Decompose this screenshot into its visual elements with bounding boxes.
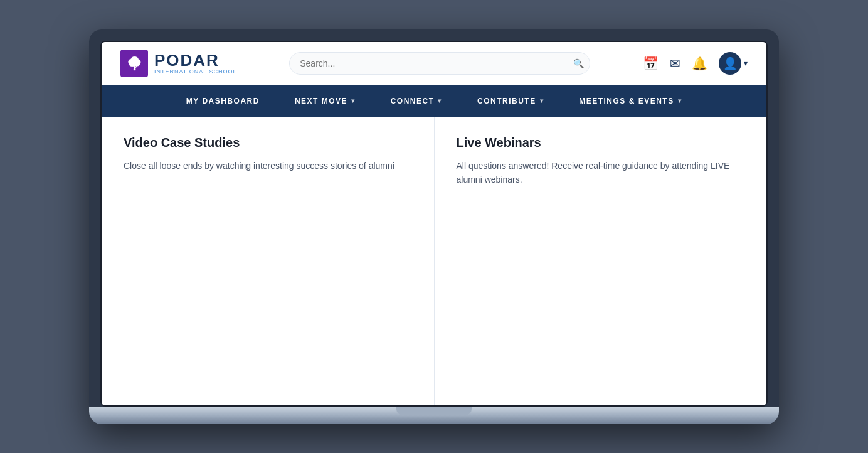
nav-item-next-move[interactable]: NEXT MOVE ▾ — [277, 85, 373, 117]
main-content: Video Case Studies Close all loose ends … — [102, 117, 766, 405]
laptop-notch — [396, 407, 472, 415]
nav-label-next-move: NEXT MOVE — [295, 97, 347, 105]
search-input[interactable] — [289, 52, 590, 75]
browser-content: PODAR INTERNATIONAL SCHOOL 🔍 📅 ✉ 🔔 — [102, 42, 766, 405]
nav-label-contribute: CONTRIBUTE — [477, 97, 536, 105]
nav-label-meetings: MEETINGS & EVENTS — [579, 97, 674, 105]
live-webinars-panel: Live Webinars All questions answered! Re… — [434, 117, 767, 405]
nav-label-dashboard: MY DASHBOARD — [186, 97, 260, 105]
nav-item-contribute[interactable]: CONTRIBUTE ▾ — [460, 85, 561, 117]
laptop-base — [89, 407, 779, 424]
next-move-arrow-icon: ▾ — [351, 97, 356, 104]
user-icon: 👤 — [723, 56, 737, 70]
video-case-studies-title: Video Case Studies — [124, 136, 412, 150]
meetings-arrow-icon: ▾ — [678, 97, 682, 104]
logo-subtitle: INTERNATIONAL SCHOOL — [154, 68, 237, 75]
site-header: PODAR INTERNATIONAL SCHOOL 🔍 📅 ✉ 🔔 — [102, 42, 766, 85]
header-icons: 📅 ✉ 🔔 👤 ▾ — [643, 52, 748, 75]
nav-item-dashboard[interactable]: MY DASHBOARD — [169, 85, 277, 117]
calendar-icon[interactable]: 📅 — [643, 56, 659, 71]
mail-icon[interactable]: ✉ — [670, 56, 680, 71]
avatar: 👤 — [719, 52, 741, 75]
main-nav: MY DASHBOARD NEXT MOVE ▾ CONNECT ▾ CONTR… — [102, 85, 766, 117]
dropdown-arrow-icon: ▾ — [744, 59, 748, 68]
live-webinars-title: Live Webinars — [457, 136, 745, 150]
logo-text: PODAR INTERNATIONAL SCHOOL — [154, 52, 237, 75]
video-case-studies-desc: Close all loose ends by watching interes… — [124, 159, 412, 173]
user-dropdown[interactable]: 👤 ▾ — [719, 52, 748, 75]
contribute-arrow-icon: ▾ — [540, 97, 544, 104]
laptop-frame: PODAR INTERNATIONAL SCHOOL 🔍 📅 ✉ 🔔 — [89, 29, 779, 424]
nav-item-connect[interactable]: CONNECT ▾ — [373, 85, 460, 117]
nav-item-meetings[interactable]: MEETINGS & EVENTS ▾ — [561, 85, 699, 117]
logo-area: PODAR INTERNATIONAL SCHOOL — [120, 50, 237, 77]
search-button[interactable]: 🔍 — [573, 58, 584, 68]
video-case-studies-panel: Video Case Studies Close all loose ends … — [102, 117, 434, 405]
nav-label-connect: CONNECT — [391, 97, 435, 105]
live-webinars-desc: All questions answered! Receive real-tim… — [457, 159, 745, 187]
laptop-screen: PODAR INTERNATIONAL SCHOOL 🔍 📅 ✉ 🔔 — [100, 41, 768, 407]
connect-arrow-icon: ▾ — [438, 97, 442, 104]
logo-name: PODAR — [154, 52, 237, 68]
search-bar: 🔍 — [289, 52, 590, 75]
logo-icon — [120, 50, 148, 77]
bell-icon[interactable]: 🔔 — [692, 56, 707, 71]
search-icon: 🔍 — [573, 58, 584, 68]
